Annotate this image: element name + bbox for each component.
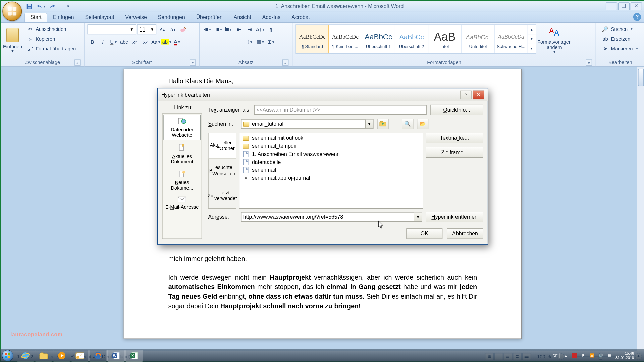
- tray-wall-icon[interactable]: ▦: [607, 353, 612, 358]
- vertical-scrollbar[interactable]: [637, 67, 644, 351]
- tray-network-icon[interactable]: 📶: [589, 353, 595, 358]
- list-item[interactable]: 1. Anschreiben Email waswaerewenn: [240, 150, 422, 158]
- tab-addins[interactable]: Add-Ins: [257, 13, 286, 22]
- list-item[interactable]: datentabelle: [240, 158, 422, 166]
- file-list[interactable]: serienmail mit outlook serienmail_tempdi…: [239, 133, 423, 209]
- taskbar-mediaplayer-icon[interactable]: [53, 350, 70, 362]
- tab-start[interactable]: Start: [24, 13, 47, 22]
- qat-undo-icon[interactable]: [36, 1, 46, 11]
- style-item-subtitle[interactable]: AaBbCc.Untertitel: [462, 25, 495, 53]
- taskbar-word-icon[interactable]: W: [107, 350, 125, 362]
- navtab-browsed-pages[interactable]: BesuchteWebseiten: [209, 158, 236, 183]
- paste-button[interactable]: Einfügen ▼: [3, 24, 22, 54]
- linkto-email[interactable]: E-Mail-Adresse: [163, 194, 201, 212]
- linkto-current-doc[interactable]: AktuellesDokument: [163, 141, 201, 167]
- browse-web-button[interactable]: 🔍: [402, 119, 413, 129]
- list-item[interactable]: ▫serienmail.approj-journal: [240, 174, 422, 182]
- window-restore-button[interactable]: ❐: [618, 2, 630, 10]
- style-item-title[interactable]: AaBTitel: [428, 25, 462, 53]
- style-item-weakref[interactable]: AaBbCcDaSchwache H...: [495, 25, 528, 53]
- numbering-button[interactable]: 1≡: [213, 24, 223, 34]
- tab-references[interactable]: Verweise: [120, 13, 152, 22]
- dialog-help-button[interactable]: ?: [460, 90, 472, 99]
- tray-avira-icon[interactable]: [572, 353, 577, 358]
- subscript-button[interactable]: x2: [130, 37, 140, 47]
- tab-view[interactable]: Ansicht: [228, 13, 257, 22]
- navtab-current-folder[interactable]: AktuellerOrdner: [209, 133, 236, 159]
- grow-font-button[interactable]: A▴: [157, 24, 167, 34]
- searchin-combo[interactable]: email_tutorial ▼: [241, 119, 374, 129]
- indent-decrease-button[interactable]: ⇤: [234, 24, 244, 34]
- qat-save-icon[interactable]: [24, 1, 34, 11]
- scroll-thumb[interactable]: [638, 69, 644, 86]
- clear-formatting-button[interactable]: [178, 24, 188, 34]
- align-right-button[interactable]: ≡: [224, 37, 233, 47]
- dialog-close-button[interactable]: ✕: [473, 90, 484, 99]
- start-button[interactable]: [0, 349, 15, 362]
- styles-dialog-launcher[interactable]: »: [586, 59, 592, 65]
- taskbar-explorer-icon[interactable]: [35, 350, 52, 362]
- font-color-button[interactable]: A: [172, 37, 182, 47]
- multilevel-button[interactable]: i≡: [224, 24, 233, 34]
- show-marks-button[interactable]: ¶: [266, 24, 276, 34]
- indent-increase-button[interactable]: ⇥: [245, 24, 255, 34]
- dialog-titlebar[interactable]: Hyperlink bearbeiten ? ✕: [158, 88, 488, 101]
- tab-mailings[interactable]: Sendungen: [153, 13, 191, 22]
- tray-flag-icon[interactable]: ⚑: [581, 353, 586, 358]
- taskbar-ie-icon[interactable]: [17, 350, 34, 362]
- borders-button[interactable]: ⊞: [266, 37, 276, 47]
- change-styles-button[interactable]: AA Formatvorlagen ändern▼: [539, 24, 570, 54]
- tray-clock[interactable]: 15:46 31.01.2016: [615, 351, 634, 360]
- sort-button[interactable]: A↓: [256, 24, 265, 34]
- up-folder-button[interactable]: [377, 119, 388, 129]
- text-display-input[interactable]: [254, 105, 427, 115]
- qat-customize-icon[interactable]: ▾: [63, 1, 73, 11]
- cut-button[interactable]: ✂Ausschneiden: [24, 24, 78, 33]
- style-item-heading1[interactable]: AaBbCcÜberschrift 1: [362, 25, 395, 53]
- list-item[interactable]: serienmail: [240, 166, 422, 174]
- shading-button[interactable]: ▨: [256, 37, 265, 47]
- navtab-recent-files[interactable]: Zuletztverwendet: [209, 183, 236, 208]
- font-family-combo[interactable]: ▼: [87, 24, 136, 34]
- tab-acrobat[interactable]: Acrobat: [286, 13, 315, 22]
- highlight-button[interactable]: ab: [162, 37, 171, 47]
- tray-volume-icon[interactable]: 🔊: [598, 353, 603, 358]
- format-painter-button[interactable]: 🖌Format übertragen: [24, 44, 78, 53]
- shrink-font-button[interactable]: A▾: [168, 24, 177, 34]
- linkto-new-doc[interactable]: NeuesDokume...: [163, 168, 201, 193]
- taskbar-firefox-icon[interactable]: [89, 350, 107, 362]
- line-spacing-button[interactable]: ‡: [245, 37, 255, 47]
- clipboard-dialog-launcher[interactable]: »: [74, 59, 80, 65]
- tray-lang[interactable]: DE: [551, 353, 560, 358]
- list-item[interactable]: serienmail_tempdir: [240, 142, 422, 150]
- paragraph-dialog-launcher[interactable]: »: [282, 59, 288, 65]
- tab-insert[interactable]: Einfügen: [48, 13, 79, 22]
- change-case-button[interactable]: Aa: [151, 37, 161, 47]
- font-dialog-launcher[interactable]: »: [190, 59, 196, 65]
- tab-pagelayout[interactable]: Seitenlayout: [80, 13, 120, 22]
- style-item-normal[interactable]: AaBbCcDc¶ Standard: [296, 25, 329, 53]
- align-justify-button[interactable]: ≡: [234, 37, 244, 47]
- office-button[interactable]: [2, 2, 22, 21]
- tab-review[interactable]: Überprüfen: [191, 13, 228, 22]
- bold-button[interactable]: B: [87, 37, 97, 47]
- bullets-button[interactable]: •≡: [202, 24, 212, 34]
- bookmark-button[interactable]: Textmarke...: [426, 133, 483, 143]
- ok-button[interactable]: OK: [406, 228, 442, 239]
- quickinfo-button[interactable]: QuickInfo...: [430, 105, 483, 115]
- font-size-combo[interactable]: 11▼: [137, 24, 156, 34]
- window-close-button[interactable]: ✕: [631, 2, 642, 10]
- replace-button[interactable]: abErsetzen: [599, 34, 641, 43]
- linkto-file-web[interactable]: Datei oderWebseite: [163, 115, 201, 140]
- style-item-heading2[interactable]: AaBbCcÜberschrift 2: [395, 25, 428, 53]
- window-minimize-button[interactable]: —: [606, 2, 617, 10]
- remove-hyperlink-button[interactable]: Hyperlink entfernen: [426, 212, 483, 222]
- taskbar-outlook-icon[interactable]: [71, 350, 89, 362]
- align-left-button[interactable]: ≡: [202, 37, 212, 47]
- address-combo[interactable]: http://www.waswaerewenn.org/?ref=56578 ▼: [241, 212, 422, 222]
- select-button[interactable]: ➤Markieren: [599, 44, 641, 53]
- browse-file-button[interactable]: 📂: [417, 119, 428, 129]
- show-desktop-button[interactable]: [639, 349, 641, 362]
- copy-button[interactable]: ⎘Kopieren: [24, 34, 78, 43]
- taskbar-excel-icon[interactable]: X: [125, 350, 143, 362]
